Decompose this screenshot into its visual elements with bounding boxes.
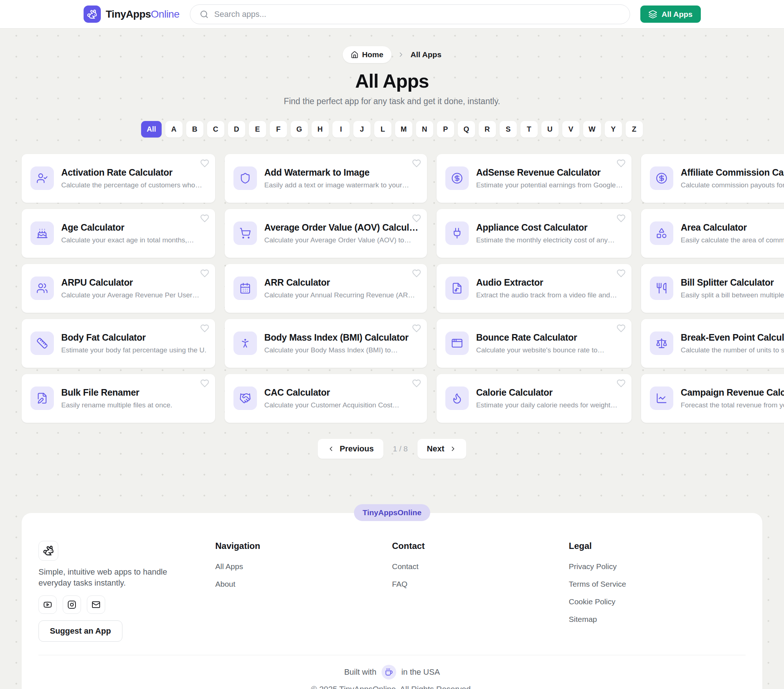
- footer-link-terms-of-service[interactable]: Terms of Service: [569, 580, 626, 588]
- dollar-circle-icon: [650, 166, 673, 190]
- footer-link-sitemap[interactable]: Sitemap: [569, 615, 597, 623]
- app-card[interactable]: ARPU Calculator Calculate your Average R…: [21, 264, 215, 313]
- footer-link-contact[interactable]: Contact: [392, 562, 418, 570]
- footer-link-all-apps[interactable]: All Apps: [215, 562, 243, 570]
- app-card[interactable]: Audio Extractor Extract the audio track …: [436, 264, 631, 313]
- app-description: Calculate your Body Mass Index (BMI) to…: [264, 346, 418, 354]
- filter-letter-d[interactable]: D: [228, 121, 245, 137]
- app-card[interactable]: Break-Even Point Calculator Calculate th…: [641, 319, 784, 368]
- app-card[interactable]: Bill Splitter Calculator Easily split a …: [641, 264, 784, 313]
- filter-letter-q[interactable]: Q: [458, 121, 475, 137]
- heart-icon[interactable]: [412, 214, 421, 223]
- app-card[interactable]: Affiliate Commission Calculator Calculat…: [641, 154, 784, 203]
- filter-letter-v[interactable]: V: [562, 121, 580, 137]
- search-input[interactable]: [214, 9, 621, 20]
- filter-letter-a[interactable]: A: [165, 121, 183, 137]
- heart-icon[interactable]: [412, 159, 421, 168]
- filter-letter-t[interactable]: T: [520, 121, 538, 137]
- instagram-button[interactable]: [63, 595, 81, 614]
- email-button[interactable]: [87, 595, 105, 614]
- filter-letter-h[interactable]: H: [311, 121, 329, 137]
- heart-icon[interactable]: [616, 159, 626, 168]
- app-description: Calculate your Customer Acquisition Cost…: [264, 401, 418, 409]
- app-card[interactable]: Campaign Revenue Calculator Forecast the…: [641, 374, 784, 423]
- chevron-right-icon: [450, 445, 457, 452]
- footer-link-cookie-policy[interactable]: Cookie Policy: [569, 597, 615, 606]
- filter-letter-e[interactable]: E: [249, 121, 266, 137]
- heart-icon[interactable]: [616, 269, 626, 278]
- filter-letter-r[interactable]: R: [479, 121, 496, 137]
- apps-grid: Activation Rate Calculator Calculate the…: [21, 154, 763, 423]
- header-inner: TinyAppsOnline All Apps: [84, 4, 701, 24]
- filter-letter-f[interactable]: F: [270, 121, 287, 137]
- app-card[interactable]: AdSense Revenue Calculator Estimate your…: [436, 154, 631, 203]
- app-title: AdSense Revenue Calculator: [476, 167, 623, 178]
- heart-icon[interactable]: [200, 324, 209, 333]
- app-card[interactable]: Body Fat Calculator Estimate your body f…: [21, 319, 215, 368]
- app-card[interactable]: CAC Calculator Calculate your Customer A…: [225, 374, 427, 423]
- heart-icon[interactable]: [200, 269, 209, 278]
- brand-name-bold: TinyApps: [106, 8, 151, 20]
- app-card[interactable]: ARR Calculator Calculate your Annual Rec…: [225, 264, 427, 313]
- heart-icon[interactable]: [412, 379, 421, 388]
- heart-icon[interactable]: [616, 214, 626, 223]
- filter-letter-z[interactable]: Z: [626, 121, 643, 137]
- app-card[interactable]: Age Calculator Calculate your exact age …: [21, 209, 215, 258]
- app-card[interactable]: Area Calculator Easily calculate the are…: [641, 209, 784, 258]
- app-card-text: AdSense Revenue Calculator Estimate your…: [476, 167, 623, 189]
- app-description: Estimate your daily calorie needs for we…: [476, 401, 623, 409]
- app-card[interactable]: Activation Rate Calculator Calculate the…: [21, 154, 215, 203]
- youtube-button[interactable]: [38, 595, 57, 614]
- heart-icon[interactable]: [200, 159, 209, 168]
- filter-letter-n[interactable]: N: [416, 121, 433, 137]
- app-description: Calculate the percentage of customers wh…: [61, 181, 206, 189]
- all-apps-button[interactable]: All Apps: [640, 5, 700, 23]
- app-title: Body Fat Calculator: [61, 332, 206, 343]
- app-card[interactable]: Calorie Calculator Estimate your daily c…: [436, 374, 631, 423]
- filter-letter-l[interactable]: L: [374, 121, 392, 137]
- heart-icon[interactable]: [200, 214, 209, 223]
- footer-about-column: Simple, intuitive web apps to handle eve…: [38, 541, 215, 642]
- previous-button[interactable]: Previous: [318, 439, 384, 459]
- heart-icon[interactable]: [412, 269, 421, 278]
- filter-letter-g[interactable]: G: [291, 121, 308, 137]
- filter-letter-i[interactable]: I: [333, 121, 350, 137]
- footer-link-faq[interactable]: FAQ: [392, 580, 408, 588]
- breadcrumb-home[interactable]: Home: [343, 46, 392, 63]
- heart-icon[interactable]: [616, 324, 626, 333]
- heart-icon[interactable]: [412, 324, 421, 333]
- filter-letter-m[interactable]: M: [395, 121, 412, 137]
- heart-icon[interactable]: [616, 379, 626, 388]
- app-title: ARR Calculator: [264, 277, 418, 288]
- heart-icon[interactable]: [200, 379, 209, 388]
- filter-letter-j[interactable]: J: [353, 121, 371, 137]
- filter-letter-all[interactable]: All: [141, 121, 161, 137]
- filter-letter-u[interactable]: U: [541, 121, 558, 137]
- users-icon: [30, 277, 54, 300]
- filter-letter-s[interactable]: S: [499, 121, 517, 137]
- footer-link-about[interactable]: About: [215, 580, 235, 588]
- app-card[interactable]: Add Watermark to Image Easily add a text…: [225, 154, 427, 203]
- filter-letter-b[interactable]: B: [186, 121, 203, 137]
- filter-letter-c[interactable]: C: [207, 121, 224, 137]
- app-card[interactable]: Body Mass Index (BMI) Calculator Calcula…: [225, 319, 427, 368]
- filter-letter-y[interactable]: Y: [605, 121, 622, 137]
- next-button[interactable]: Next: [417, 439, 466, 459]
- file-pen-icon: [30, 386, 54, 410]
- search-bar[interactable]: [190, 4, 631, 24]
- filter-letter-p[interactable]: P: [437, 121, 454, 137]
- footer-link-privacy-policy[interactable]: Privacy Policy: [569, 562, 617, 570]
- app-card-text: ARR Calculator Calculate your Annual Rec…: [264, 277, 418, 299]
- app-card[interactable]: Appliance Cost Calculator Estimate the m…: [436, 209, 631, 258]
- app-title: Activation Rate Calculator: [61, 167, 206, 178]
- app-card[interactable]: Bulk File Renamer Easily rename multiple…: [21, 374, 215, 423]
- app-card[interactable]: Bounce Rate Calculator Calculate your we…: [436, 319, 631, 368]
- footer-heading-contact: Contact: [392, 541, 569, 551]
- suggest-app-button[interactable]: Suggest an App: [38, 620, 122, 642]
- brand-logo[interactable]: TinyAppsOnline: [84, 5, 180, 23]
- filter-letter-w[interactable]: W: [583, 121, 601, 137]
- app-card[interactable]: Average Order Value (AOV) Calcul… Calcul…: [225, 209, 427, 258]
- app-description: Calculate your Average Revenue Per User…: [61, 291, 206, 299]
- footer-column: Legal Privacy PolicyTerms of ServiceCook…: [569, 541, 746, 642]
- utensils-icon: [650, 277, 673, 300]
